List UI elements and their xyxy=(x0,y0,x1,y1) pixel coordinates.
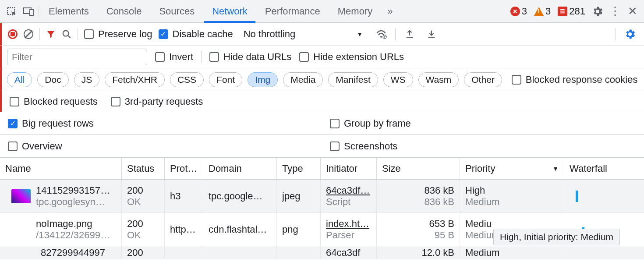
status-text: OK xyxy=(127,196,159,208)
search-icon[interactable] xyxy=(62,29,71,39)
table-row[interactable]: 141152993157… tpc.googlesyn… 200 OK h3 t… xyxy=(0,180,644,213)
hide-extension-urls-checkbox[interactable]: Hide extension URLs xyxy=(299,51,404,63)
hide-ext-label: Hide extension URLs xyxy=(313,51,404,63)
throttling-select[interactable]: No throttling ▼ xyxy=(239,28,367,40)
overview-checkbox[interactable]: Overview xyxy=(8,141,62,152)
big-request-rows-checkbox[interactable]: ✓ Big request rows xyxy=(8,118,94,129)
filter-icon[interactable] xyxy=(46,29,56,39)
pill-media[interactable]: Media xyxy=(283,72,323,87)
download-har-icon[interactable] xyxy=(424,26,439,42)
priority-initial: Medium xyxy=(465,196,559,208)
header-type[interactable]: Type xyxy=(277,158,321,179)
filter-input[interactable] xyxy=(7,49,147,65)
initiator-link[interactable]: 64ca3df xyxy=(326,247,371,258)
cell-name: 141152993157… tpc.googlesyn… xyxy=(0,180,122,212)
throttling-value: No throttling xyxy=(244,28,296,40)
blocked-cookies-checkbox[interactable]: Blocked response cookies xyxy=(512,74,638,85)
header-protocol[interactable]: Prot… xyxy=(165,158,203,179)
checkbox-icon: ✓ xyxy=(159,29,168,39)
pill-fetch-xhr[interactable]: Fetch/XHR xyxy=(105,72,165,87)
pill-all[interactable]: All xyxy=(7,72,32,87)
warning-count-value: 3 xyxy=(545,6,551,17)
pill-doc[interactable]: Doc xyxy=(37,72,68,87)
tab-memory[interactable]: Memory xyxy=(330,0,380,23)
kebab-icon[interactable]: ⋮ xyxy=(607,4,623,19)
group-by-frame-checkbox[interactable]: Group by frame xyxy=(330,118,411,129)
type-value: jpeg xyxy=(282,191,315,202)
screenshots-checkbox[interactable]: Screenshots xyxy=(330,141,397,152)
initiator-link[interactable]: index.ht… xyxy=(326,218,371,230)
cell-size: 653 B 95 B xyxy=(377,213,460,246)
divider xyxy=(616,28,616,40)
error-icon: ✕ xyxy=(510,7,520,16)
name-primary: 141152993157… xyxy=(36,185,110,196)
header-size[interactable]: Size xyxy=(377,158,460,179)
cell-status: 200 xyxy=(122,246,165,259)
size-resource: 836 kB xyxy=(425,196,455,208)
initiator-link[interactable]: 64ca3df… xyxy=(326,185,371,196)
header-priority[interactable]: Priority ▼ xyxy=(460,158,564,179)
pill-wasm[interactable]: Wasm xyxy=(418,72,459,87)
blocked-requests-label: Blocked requests xyxy=(24,96,98,107)
header-domain[interactable]: Domain xyxy=(203,158,277,179)
network-toolbar: Preserve log ✓ Disable cache No throttli… xyxy=(0,23,644,46)
cell-priority: Medium xyxy=(460,246,564,259)
issues-count[interactable]: ☰ 281 xyxy=(558,6,585,17)
tab-network[interactable]: Network xyxy=(204,0,255,23)
header-status[interactable]: Status xyxy=(122,158,165,179)
pill-manifest[interactable]: Manifest xyxy=(328,72,378,87)
pill-css[interactable]: CSS xyxy=(170,72,204,87)
header-name[interactable]: Name xyxy=(0,158,122,179)
tab-elements[interactable]: Elements xyxy=(41,0,97,23)
error-count[interactable]: ✕ 3 xyxy=(510,6,527,17)
domain-value: tpc.google… xyxy=(209,191,271,202)
tab-sources[interactable]: Sources xyxy=(151,0,202,23)
network-conditions-icon[interactable] xyxy=(373,26,389,42)
record-button[interactable] xyxy=(8,29,18,39)
cell-initiator: index.ht… Parser xyxy=(321,213,377,246)
disable-cache-checkbox[interactable]: ✓ Disable cache xyxy=(159,28,233,40)
pill-img[interactable]: Img xyxy=(248,72,278,87)
tab-console[interactable]: Console xyxy=(99,0,150,23)
tab-performance[interactable]: Performance xyxy=(257,0,328,23)
initiator-type: Script xyxy=(326,196,371,208)
header-initiator[interactable]: Initiator xyxy=(321,158,377,179)
preserve-log-checkbox[interactable]: Preserve log xyxy=(84,28,152,40)
settings-icon[interactable] xyxy=(590,4,605,19)
cell-status: 200 OK xyxy=(122,213,165,246)
pill-ws[interactable]: WS xyxy=(383,72,413,87)
more-tabs-icon[interactable]: » xyxy=(382,4,398,19)
hide-data-urls-checkbox[interactable]: Hide data URLs xyxy=(209,51,291,63)
disable-cache-label: Disable cache xyxy=(173,28,233,40)
screenshots-label: Screenshots xyxy=(344,141,397,152)
checkbox-icon xyxy=(330,119,340,128)
blocked-requests-checkbox[interactable]: Blocked requests xyxy=(10,96,98,107)
cell-priority: High Medium xyxy=(460,180,564,212)
invert-checkbox[interactable]: Invert xyxy=(155,51,193,63)
device-toolbar-icon[interactable] xyxy=(21,4,37,19)
status-code: 200 xyxy=(127,247,159,258)
cell-domain: cdn.flashtal… xyxy=(203,213,277,246)
priority-current: Mediu xyxy=(465,218,559,230)
pill-js[interactable]: JS xyxy=(74,72,100,87)
warning-count[interactable]: 3 xyxy=(534,6,551,17)
pill-other[interactable]: Other xyxy=(464,72,502,87)
header-waterfall[interactable]: Waterfall xyxy=(564,158,644,179)
options-row-1: ✓ Big request rows Group by frame xyxy=(0,112,644,135)
name-primary: noImage.png xyxy=(36,218,110,230)
clear-button[interactable] xyxy=(24,29,33,39)
blocked-cookies-label: Blocked response cookies xyxy=(526,74,638,85)
cell-type xyxy=(277,246,321,259)
inspect-icon[interactable] xyxy=(4,4,19,19)
close-icon[interactable]: ✕ xyxy=(625,4,640,19)
svg-point-3 xyxy=(63,30,69,36)
third-party-checkbox[interactable]: 3rd-party requests xyxy=(111,96,203,107)
options-row-2: Overview Screenshots xyxy=(0,135,644,158)
divider xyxy=(39,28,40,40)
name-secondary: tpc.googlesyn… xyxy=(36,196,110,208)
checkbox-icon: ✓ xyxy=(8,119,18,128)
pill-font[interactable]: Font xyxy=(209,72,242,87)
upload-har-icon[interactable] xyxy=(402,26,418,42)
table-row[interactable]: 827299944997 200 64ca3df 12.0 kB Medium xyxy=(0,246,644,259)
network-settings-icon[interactable] xyxy=(622,26,638,42)
